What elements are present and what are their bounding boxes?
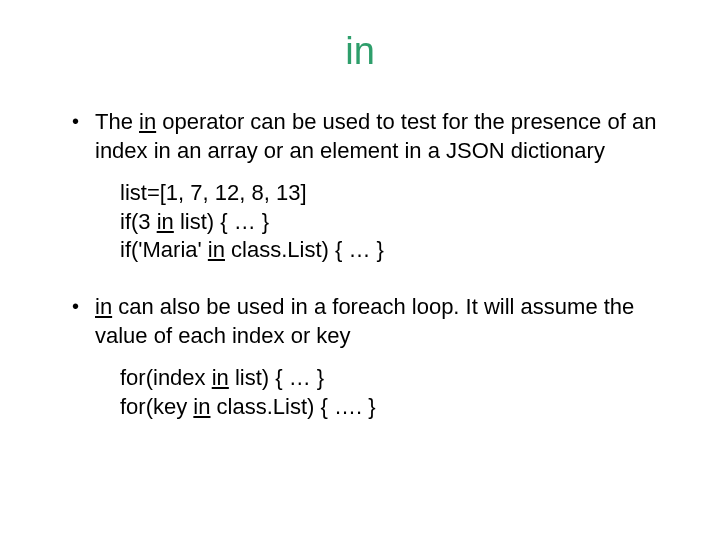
code-line: list=[1, 7, 12, 8, 13] xyxy=(120,179,670,208)
code-line: if(3 in list) { … } xyxy=(120,208,670,237)
code-block: list=[1, 7, 12, 8, 13] if(3 in list) { …… xyxy=(95,179,670,265)
in-keyword: in xyxy=(212,365,229,390)
slide: in The in operator can be used to test f… xyxy=(0,0,720,540)
bullet-text-pre: The xyxy=(95,109,139,134)
bullet-item: in can also be used in a foreach loop. I… xyxy=(70,293,670,421)
in-keyword: in xyxy=(193,394,210,419)
bullet-text-post: operator can be used to test for the pre… xyxy=(95,109,656,163)
code-block: for(index in list) { … } for(key in clas… xyxy=(95,364,670,421)
in-keyword: in xyxy=(139,109,156,134)
in-keyword: in xyxy=(95,294,112,319)
slide-title: in xyxy=(50,30,670,73)
slide-content: The in operator can be used to test for … xyxy=(50,108,670,421)
bullet-list: The in operator can be used to test for … xyxy=(50,108,670,421)
code-line: for(key in class.List) { …. } xyxy=(120,393,670,422)
bullet-text-post: can also be used in a foreach loop. It w… xyxy=(95,294,634,348)
in-keyword: in xyxy=(208,237,225,262)
code-line: for(index in list) { … } xyxy=(120,364,670,393)
in-keyword: in xyxy=(157,209,174,234)
code-line: if('Maria' in class.List) { … } xyxy=(120,236,670,265)
bullet-item: The in operator can be used to test for … xyxy=(70,108,670,265)
